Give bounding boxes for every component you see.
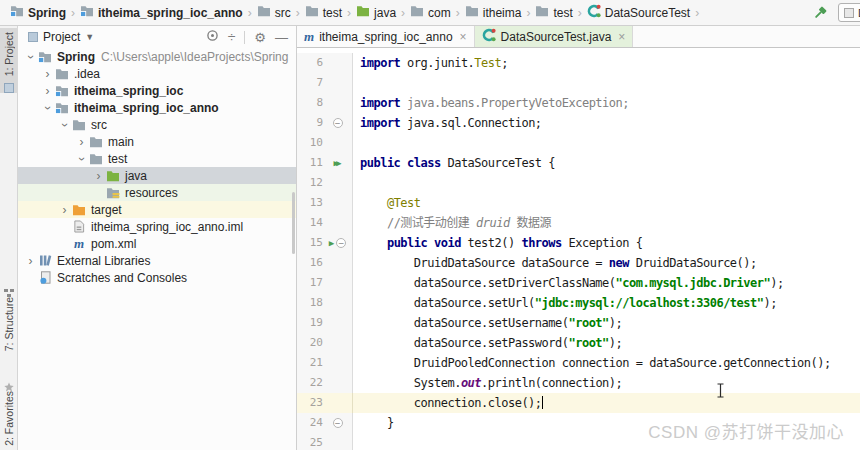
run-config-combo[interactable]: Da: [838, 3, 860, 22]
code-line-text[interactable]: dataSource.setUrl("jdbc:mysql://localhos…: [353, 293, 860, 313]
line-number: 14: [297, 213, 323, 233]
toolstrip-favorites-button[interactable]: 2: Favorites: [0, 378, 18, 446]
code-line-text[interactable]: dataSource.setPassword("root");: [353, 333, 860, 353]
code-token: import: [360, 116, 400, 130]
build-hammer-icon[interactable]: [812, 5, 828, 21]
breadcrumb-separator-icon: ›: [695, 6, 699, 20]
breadcrumb-item[interactable]: DataSourceTest: [585, 3, 692, 22]
tree-item-resources[interactable]: resources: [18, 184, 296, 201]
tree-item-itheima-spring-ioc-anno[interactable]: ›itheima_spring_ioc_anno: [18, 99, 296, 116]
code-line-text[interactable]: import java.beans.PropertyVetoException;: [353, 93, 860, 113]
project-toolwindow-icon: [4, 79, 14, 89]
tree-chevron-icon[interactable]: ›: [58, 205, 71, 215]
toolstrip-project-button[interactable]: 1: Project: [0, 28, 18, 93]
breadcrumb-item[interactable]: test: [533, 4, 574, 21]
code-token: public void: [387, 236, 461, 250]
collapse-all-icon[interactable]: ÷: [228, 29, 236, 45]
gutter-markers: [323, 273, 352, 293]
toolstrip-structure-button[interactable]: 7: Structure: [0, 284, 18, 351]
code-line-text[interactable]: public void test2() throws Exception {: [353, 233, 860, 253]
breadcrumb-item[interactable]: test: [303, 4, 344, 21]
run-class-icon[interactable]: ▶▶: [334, 153, 342, 173]
code-token: }: [387, 416, 394, 430]
code-line-20: 20 dataSource.setPassword("root");: [297, 333, 860, 353]
run-test-icon[interactable]: ▶: [329, 233, 334, 253]
tree-item-src[interactable]: ›src: [18, 116, 296, 133]
tree-chevron-icon[interactable]: ›: [77, 152, 87, 165]
tree-item-scratches-and-consoles[interactable]: Scratches and Consoles: [18, 269, 296, 286]
tree-chevron-icon[interactable]: ›: [24, 256, 37, 266]
code-editor[interactable]: 6import org.junit.Test;78import java.bea…: [297, 48, 860, 450]
code-line-text[interactable]: import java.sql.Connection;: [353, 113, 860, 133]
locate-file-icon[interactable]: [206, 29, 219, 45]
breadcrumb-item-label: test: [323, 6, 342, 20]
tree-item-test[interactable]: ›test: [18, 150, 296, 167]
code-line-10: 10: [297, 133, 860, 153]
code-line-text[interactable]: public class DataSourceTest {: [353, 153, 860, 173]
tree-chevron-icon[interactable]: ›: [43, 101, 53, 114]
editor-tab-bar: mitheima_spring_ioc_anno×DataSourceTest.…: [297, 26, 860, 48]
hide-panel-icon[interactable]: —: [275, 30, 288, 45]
project-panel-icon: [28, 32, 38, 42]
gear-icon[interactable]: ⚙: [254, 30, 266, 45]
close-tab-icon[interactable]: ×: [460, 30, 467, 44]
breadcrumb-item-label: src: [275, 6, 291, 20]
code-line-21: 21 DruidPooledConnection connection = da…: [297, 353, 860, 373]
tree-chevron-icon[interactable]: ›: [26, 50, 36, 63]
fold-region-icon[interactable]: −: [333, 118, 343, 128]
code-line-text[interactable]: [353, 133, 860, 153]
code-line-text[interactable]: connection.close();: [353, 393, 860, 413]
tree-chevron-icon[interactable]: ›: [41, 69, 54, 79]
project-panel-scrollbar[interactable]: [292, 192, 295, 254]
code-line-text[interactable]: [353, 73, 860, 93]
breadcrumb-item[interactable]: java: [354, 4, 398, 21]
project-tree: ›SpringC:\Users\apple\IdeaProjects\Sprin…: [18, 48, 296, 286]
tree-item-pom-xml[interactable]: mpom.xml: [18, 235, 296, 252]
code-line-text[interactable]: dataSource.setUsername("root");: [353, 313, 860, 333]
breadcrumb-item[interactable]: Spring: [8, 4, 68, 21]
close-tab-icon[interactable]: ×: [618, 30, 625, 44]
code-line-text[interactable]: System.out.println(connection);: [353, 373, 860, 393]
code-token: 数据源: [510, 216, 551, 230]
code-token: ;: [501, 56, 508, 70]
tree-chevron-icon[interactable]: ›: [75, 137, 88, 147]
code-line-text[interactable]: DruidPooledConnection connection = dataS…: [353, 353, 860, 373]
fold-region-icon[interactable]: −: [336, 238, 346, 248]
editor-gutter: 13: [297, 193, 353, 213]
tree-item-main[interactable]: ›main: [18, 133, 296, 150]
breadcrumb-separator-icon: ›: [526, 6, 530, 20]
code-token: System.: [414, 376, 461, 390]
tree-item-itheima-spring-ioc[interactable]: ›itheima_spring_ioc: [18, 82, 296, 99]
tree-item-itheima-spring-ioc-anno-iml[interactable]: itheima_spring_ioc_anno.iml: [18, 218, 296, 235]
tree-chevron-icon[interactable]: ›: [41, 86, 54, 96]
code-line-text[interactable]: @Test: [353, 193, 860, 213]
folder-icon: [305, 5, 319, 20]
line-number: 7: [297, 73, 323, 93]
tree-item-spring[interactable]: ›SpringC:\Users\apple\IdeaProjects\Sprin…: [18, 48, 296, 65]
breadcrumb-item[interactable]: itheima: [463, 4, 524, 21]
editor-tab-itheima-spring-ioc-anno[interactable]: mitheima_spring_ioc_anno×: [297, 26, 475, 47]
gutter-markers: [323, 333, 352, 353]
code-line-16: 16 DruidDataSource dataSource = new Drui…: [297, 253, 860, 273]
tree-item--idea[interactable]: ›.idea: [18, 65, 296, 82]
editor-tab-datasourcetest-java[interactable]: DataSourceTest.java×: [475, 26, 634, 47]
code-line-text[interactable]: //测试手动创建 druid 数据源: [353, 213, 860, 233]
gutter-markers: [323, 193, 352, 213]
chevron-down-icon[interactable]: ▼: [85, 32, 94, 42]
tree-item-target[interactable]: ›target: [18, 201, 296, 218]
breadcrumb-item[interactable]: itheima_spring_ioc_anno: [78, 4, 245, 21]
tree-chevron-icon[interactable]: ›: [60, 118, 70, 131]
code-line-text[interactable]: DruidDataSource dataSource = new DruidDa…: [353, 253, 860, 273]
code-line-text[interactable]: [353, 173, 860, 193]
fold-region-icon[interactable]: −: [333, 418, 343, 428]
class-test-icon: [587, 4, 601, 21]
folder-icon: [88, 136, 104, 148]
tree-chevron-icon[interactable]: ›: [92, 171, 105, 181]
project-panel: Project ▼ ÷ ⚙ — ›SpringC:\Users\apple\Id…: [18, 26, 297, 450]
tree-item-java[interactable]: ›java: [18, 167, 296, 184]
tree-item-external-libraries[interactable]: ›External Libraries: [18, 252, 296, 269]
breadcrumb-item[interactable]: src: [255, 4, 293, 21]
code-line-text[interactable]: import org.junit.Test;: [353, 53, 860, 73]
code-line-text[interactable]: dataSource.setDriverClassName("com.mysql…: [353, 273, 860, 293]
breadcrumb-item[interactable]: com: [408, 4, 453, 21]
